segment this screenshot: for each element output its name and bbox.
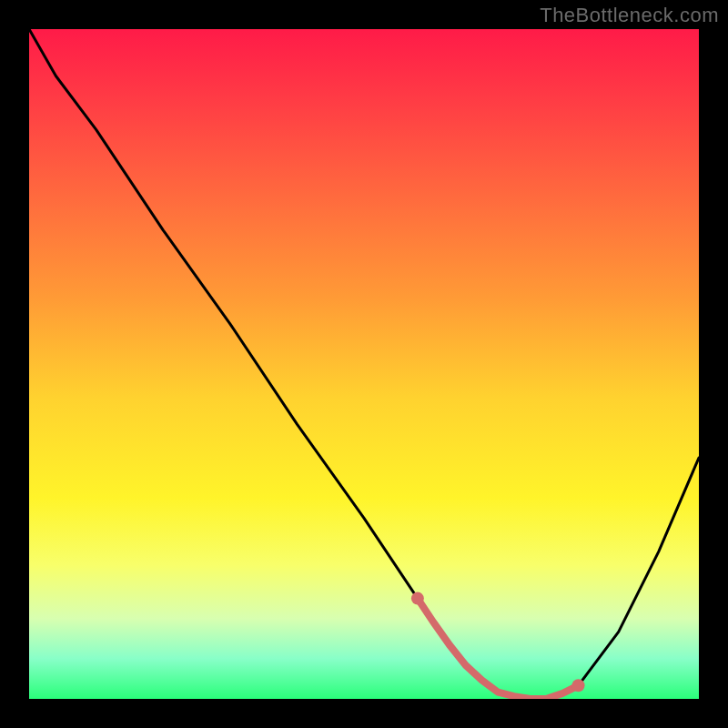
plot-area bbox=[29, 29, 699, 699]
accent-dot-left bbox=[411, 592, 424, 605]
bottleneck-curve bbox=[29, 29, 699, 699]
curve-svg bbox=[29, 29, 699, 699]
accent-dot-right bbox=[572, 679, 585, 692]
chart-frame: TheBottleneck.com bbox=[0, 0, 728, 728]
accent-segment bbox=[418, 599, 579, 699]
attribution-text: TheBottleneck.com bbox=[540, 4, 719, 27]
